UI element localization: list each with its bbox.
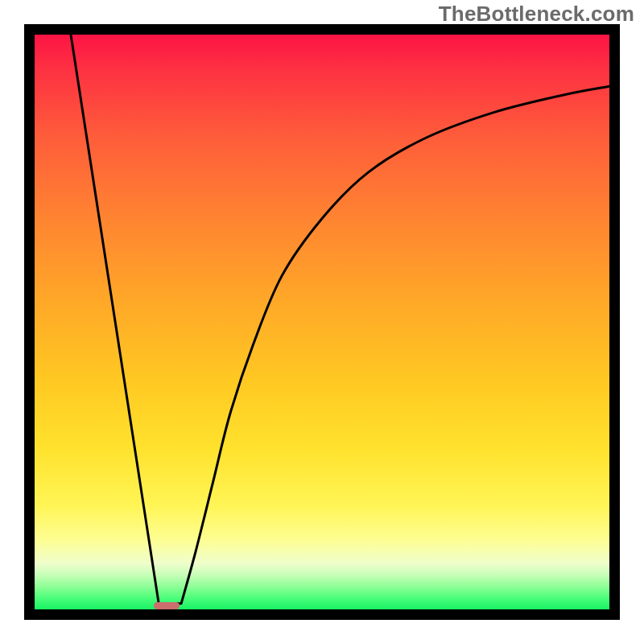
chart-frame: TheBottleneck.com <box>0 0 644 644</box>
background-gradient <box>35 35 609 609</box>
watermark-text: TheBottleneck.com <box>439 2 634 27</box>
valley-marker <box>154 602 180 609</box>
plot-area <box>35 35 609 609</box>
